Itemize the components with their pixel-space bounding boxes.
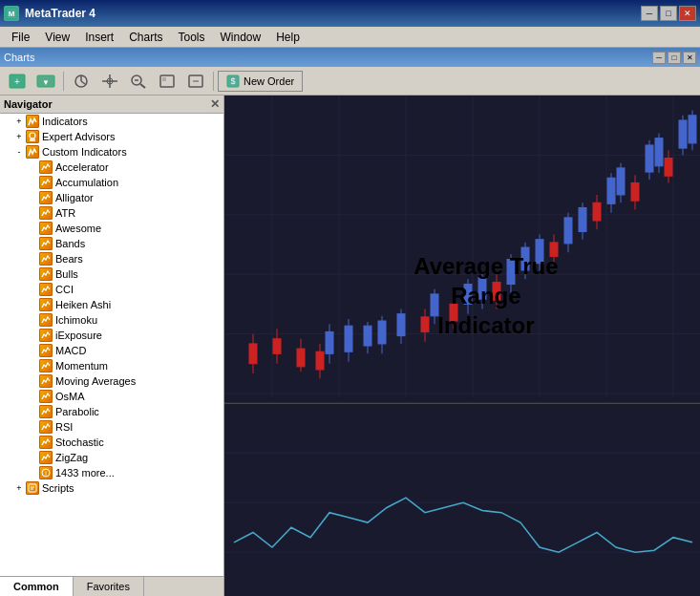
expand-custom-icon: - — [13, 146, 25, 158]
tree-item-accelerator[interactable]: Accelerator — [0, 160, 223, 175]
new-order-label: New Order — [244, 75, 294, 87]
svg-rect-43 — [249, 344, 257, 364]
svg-rect-49 — [316, 351, 324, 370]
minimize-button[interactable]: ─ — [641, 6, 658, 21]
scripts-label: Scripts — [42, 482, 74, 494]
toolbar: + ▼ $ New Order — [0, 67, 700, 96]
iexposure-label: iExposure — [55, 330, 102, 341]
inner-title-bar: Charts ─ □ ✕ — [0, 48, 700, 67]
accelerator-icon — [39, 160, 53, 174]
toolbar-btn5[interactable] — [154, 71, 180, 92]
svg-rect-71 — [378, 321, 386, 344]
tree-item-alligator[interactable]: Alligator — [0, 190, 223, 205]
zigzag-label: ZigZag — [55, 452, 88, 463]
svg-rect-16 — [162, 77, 166, 81]
navigator-header: Navigator ✕ — [0, 96, 223, 114]
svg-rect-79 — [478, 277, 486, 299]
ichimoku-icon — [39, 313, 53, 327]
tree-item-moving-averages[interactable]: Moving Averages — [0, 373, 223, 389]
momentum-icon — [39, 359, 53, 372]
svg-line-8 — [81, 81, 85, 84]
expand-indicators-icon: + — [13, 116, 25, 127]
toolbar-crosshair-btn[interactable] — [96, 71, 123, 92]
tree-item-expert-advisors[interactable]: + Expert Advisors — [0, 129, 223, 144]
title-bar: M MetaTrader 4 ─ □ ✕ — [0, 0, 700, 27]
maximize-button[interactable]: □ — [660, 6, 677, 21]
svg-text:$: $ — [230, 76, 235, 86]
tree-item-bears[interactable]: Bears — [0, 251, 223, 266]
bands-icon — [39, 237, 53, 250]
expert-advisors-label: Expert Advisors — [42, 131, 115, 142]
svg-rect-22 — [30, 138, 35, 141]
tree-item-accumulation[interactable]: Accumulation — [0, 175, 223, 190]
menu-window[interactable]: Window — [213, 29, 269, 46]
indicators-folder-icon — [26, 115, 39, 128]
tree-item-atr[interactable]: ATR — [0, 205, 223, 221]
tab-common[interactable]: Common — [0, 577, 74, 596]
toolbar-btn2[interactable]: ▼ — [32, 71, 59, 92]
tree-item-cci[interactable]: CCI — [0, 282, 223, 297]
tree-item-more[interactable]: i 1433 more... — [0, 465, 223, 480]
menu-help[interactable]: Help — [268, 29, 308, 46]
menu-view[interactable]: View — [37, 29, 77, 46]
tree-item-awesome[interactable]: Awesome — [0, 221, 223, 236]
toolbar-btn6[interactable] — [182, 71, 209, 92]
tree-item-custom-indicators[interactable]: - Custom Indicators — [0, 144, 223, 160]
close-button[interactable]: ✕ — [679, 6, 696, 21]
toolbar-zoom-btn[interactable] — [125, 71, 152, 92]
inner-close-button[interactable]: ✕ — [683, 52, 696, 64]
bands-label: Bands — [55, 238, 85, 249]
menu-insert[interactable]: Insert — [77, 29, 121, 46]
tree-item-heiken-ashi[interactable]: Heiken Ashi — [0, 297, 223, 312]
atr-icon — [39, 206, 53, 220]
tree-item-iexposure[interactable]: iExposure — [0, 328, 223, 343]
tree-item-parabolic[interactable]: Parabolic — [0, 404, 223, 419]
ea-folder-icon — [26, 130, 39, 143]
svg-rect-73 — [397, 314, 405, 336]
bulls-label: Bulls — [55, 268, 78, 280]
parabolic-label: Parabolic — [55, 406, 99, 417]
bears-label: Bears — [55, 253, 83, 265]
tree-item-scripts[interactable]: + Scripts — [0, 480, 223, 496]
menu-tools[interactable]: Tools — [171, 29, 213, 46]
more-icon: i — [39, 466, 53, 479]
navigator-panel: Navigator ✕ + Indicators + Expert Adviso… — [0, 96, 224, 596]
tree-item-bands[interactable]: Bands — [0, 236, 223, 251]
cci-icon — [39, 283, 53, 296]
inner-title-controls: ─ □ ✕ — [652, 52, 696, 64]
chart-area[interactable]: Average True Range Indicator — [224, 96, 700, 596]
new-order-button[interactable]: $ New Order — [218, 71, 303, 92]
toolbar-new-chart-btn[interactable]: + — [4, 71, 31, 92]
tree-item-momentum[interactable]: Momentum — [0, 358, 223, 373]
scripts-icon — [26, 481, 39, 495]
tree-item-zigzag[interactable]: ZigZag — [0, 450, 223, 465]
heiken-icon — [39, 298, 53, 311]
tree-item-bulls[interactable]: Bulls — [0, 266, 223, 282]
accelerator-label: Accelerator — [55, 161, 109, 173]
svg-rect-81 — [507, 260, 515, 285]
navigator-close-button[interactable]: ✕ — [210, 97, 220, 111]
tree-item-stochastic[interactable]: Stochastic — [0, 435, 223, 450]
title-bar-controls: ─ □ ✕ — [641, 6, 696, 21]
leaf-icon-accumulation — [27, 177, 38, 188]
tree-item-osma[interactable]: OsMA — [0, 389, 223, 404]
tree-item-rsi[interactable]: RSI — [0, 419, 223, 435]
awesome-icon — [39, 222, 53, 235]
momentum-label: Momentum — [55, 360, 108, 372]
custom-indicators-label: Custom Indicators — [42, 146, 127, 158]
expand-ea-icon: + — [13, 131, 25, 142]
navigator-tabs: Common Favorites — [0, 576, 223, 596]
tree-item-ichimoku[interactable]: Ichimoku — [0, 312, 223, 328]
iexposure-icon — [39, 329, 53, 342]
navigator-tree[interactable]: + Indicators + Expert Advisors - — [0, 114, 223, 576]
inner-maximize-button[interactable]: □ — [668, 52, 681, 64]
inner-minimize-button[interactable]: ─ — [652, 52, 666, 64]
toolbar-btn3[interactable] — [68, 71, 95, 92]
tree-item-indicators[interactable]: + Indicators — [0, 114, 223, 129]
tree-item-macd[interactable]: MACD — [0, 343, 223, 358]
tab-favorites[interactable]: Favorites — [74, 577, 144, 596]
bears-icon — [39, 252, 53, 266]
menu-charts[interactable]: Charts — [121, 29, 170, 46]
atr-label: ATR — [55, 207, 75, 219]
menu-file[interactable]: File — [4, 29, 37, 46]
